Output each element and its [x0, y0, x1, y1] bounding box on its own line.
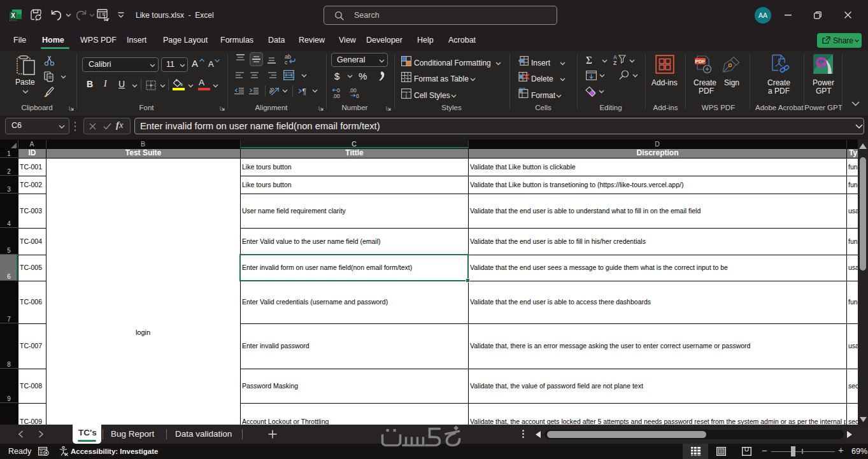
svg-text:0: 0 [356, 93, 359, 99]
svg-text:.00: .00 [332, 93, 340, 99]
svg-text:PDF: PDF [695, 59, 706, 64]
svg-text:X: X [11, 12, 15, 19]
svg-text:¶: ¶ [302, 87, 306, 95]
svg-text:c: c [285, 59, 288, 65]
svg-text:Z: Z [613, 60, 616, 66]
